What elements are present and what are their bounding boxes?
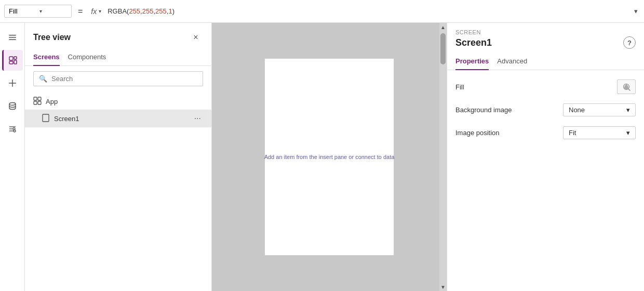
background-image-value: None xyxy=(569,106,585,114)
scrollbar-thumb[interactable] xyxy=(440,33,446,64)
tree-item-app[interactable]: App xyxy=(25,94,211,110)
background-image-dropdown[interactable]: None ▾ xyxy=(563,103,636,116)
background-image-property-row: Background image None ▾ xyxy=(455,101,636,118)
formula-bar-chevron[interactable]: ▾ xyxy=(632,7,640,15)
fill-color-button[interactable] xyxy=(617,80,636,94)
tree-item-app-label: App xyxy=(46,98,203,105)
layers-icon xyxy=(8,56,18,65)
formula-fx-indicator: fx ▾ xyxy=(89,7,103,16)
tree-item-screen1[interactable]: Screen1 ··· xyxy=(25,110,211,127)
background-image-label: Background image xyxy=(455,106,563,114)
scrollbar-down-arrow[interactable]: ▼ xyxy=(439,283,447,291)
properties-panel: SCREEN Screen1 ? Properties Advanced Fil… xyxy=(447,23,644,291)
properties-tabs: Properties Advanced xyxy=(447,53,644,70)
svg-point-14 xyxy=(14,130,16,132)
svg-rect-3 xyxy=(9,57,13,60)
help-button[interactable]: ? xyxy=(623,36,636,49)
formula-bar: Fill ▾ = fx ▾ RGBA(255, 255, 255, 1) ▾ xyxy=(0,0,644,23)
app-icon xyxy=(33,97,42,107)
data-icon-item[interactable] xyxy=(2,96,23,116)
screen-canvas[interactable]: Add an item from the insert pane or conn… xyxy=(264,58,394,256)
screen-name-label: Screen1 xyxy=(455,37,492,48)
fill-control xyxy=(617,80,636,94)
search-input[interactable] xyxy=(51,75,197,83)
main-area: Tree view × Screens Components 🔍 xyxy=(0,23,644,291)
fx-chevron: ▾ xyxy=(99,8,101,14)
data-icon xyxy=(8,101,17,111)
screen1-more-button[interactable]: ··· xyxy=(192,113,203,124)
svg-rect-18 xyxy=(38,101,41,104)
tools-icon xyxy=(8,124,17,134)
svg-rect-17 xyxy=(34,101,37,104)
tree-view-panel: Tree view × Screens Components 🔍 xyxy=(25,23,212,291)
fx-label: fx xyxy=(91,7,97,16)
hamburger-icon-item[interactable] xyxy=(2,27,23,48)
image-position-label: Image position xyxy=(455,129,563,137)
screen-title-row: Screen1 ? xyxy=(447,36,644,53)
tree-header: Tree view × xyxy=(25,23,211,49)
tree-close-button[interactable]: × xyxy=(189,30,203,45)
svg-rect-1 xyxy=(9,37,16,38)
fill-icon xyxy=(622,82,631,91)
scrollbar-up-arrow[interactable]: ▲ xyxy=(439,23,447,31)
canvas-scrollbar[interactable]: ▲ ▼ xyxy=(439,23,447,291)
svg-point-9 xyxy=(9,103,16,105)
svg-rect-8 xyxy=(9,83,16,84)
svg-rect-5 xyxy=(14,57,17,59)
fill-label: Fill xyxy=(455,83,617,91)
add-icon xyxy=(8,78,17,88)
image-position-property-row: Image position Fit ▾ xyxy=(455,124,636,141)
svg-rect-15 xyxy=(34,97,37,100)
svg-rect-16 xyxy=(38,97,41,100)
tree-items-list: App Screen1 ··· xyxy=(25,91,211,291)
property-selector-chevron: ▾ xyxy=(39,8,67,14)
tree-item-screen1-label: Screen1 xyxy=(54,115,188,123)
property-selector[interactable]: Fill ▾ xyxy=(4,5,72,18)
svg-rect-2 xyxy=(9,39,16,41)
screen-type-label: SCREEN xyxy=(447,23,644,36)
tab-advanced[interactable]: Advanced xyxy=(497,53,527,70)
tree-view-title: Tree view xyxy=(33,33,71,42)
canvas-area: Add an item from the insert pane or conn… xyxy=(212,23,447,291)
search-icon: 🔍 xyxy=(39,75,47,83)
image-position-value: Fit xyxy=(569,129,576,137)
tab-components[interactable]: Components xyxy=(68,49,106,66)
image-position-chevron: ▾ xyxy=(626,129,630,137)
svg-rect-19 xyxy=(43,114,49,122)
svg-rect-6 xyxy=(14,60,17,64)
layers-icon-item[interactable] xyxy=(2,50,23,71)
tab-properties[interactable]: Properties xyxy=(455,53,489,70)
property-selector-label: Fill xyxy=(9,7,36,15)
hamburger-icon xyxy=(8,33,17,42)
canvas-hint: Add an item from the insert pane or conn… xyxy=(264,154,395,160)
svg-rect-4 xyxy=(9,61,13,64)
sidebar-icons xyxy=(0,23,25,291)
fill-property-row: Fill xyxy=(455,78,636,95)
image-position-dropdown[interactable]: Fit ▾ xyxy=(563,126,636,139)
screen-icon xyxy=(42,114,50,124)
tree-tabs: Screens Components xyxy=(25,49,211,66)
add-icon-item[interactable] xyxy=(2,73,23,94)
tree-search-box[interactable]: 🔍 xyxy=(33,71,203,86)
svg-rect-0 xyxy=(9,35,16,36)
background-image-chevron: ▾ xyxy=(626,106,630,114)
formula-equals: = xyxy=(76,7,85,16)
properties-content: Fill Background image None ▾ xyxy=(447,70,644,291)
formula-expression[interactable]: RGBA(255, 255, 255, 1) xyxy=(108,7,628,15)
tab-screens[interactable]: Screens xyxy=(33,49,60,66)
tools-icon-item[interactable] xyxy=(2,118,23,139)
